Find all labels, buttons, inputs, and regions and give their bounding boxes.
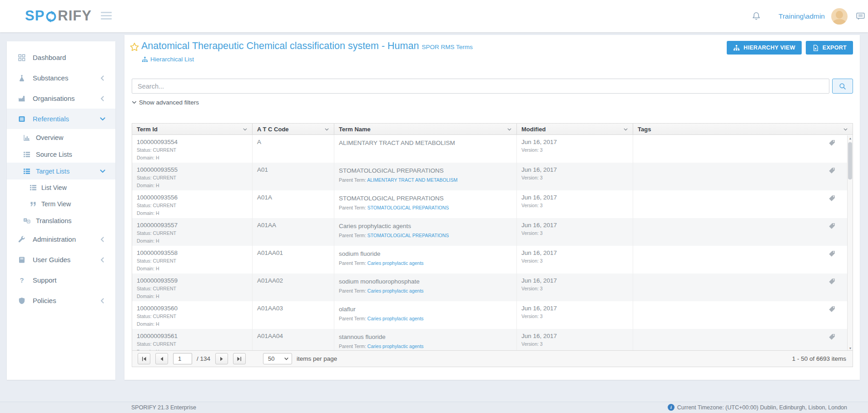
tag-icon[interactable] <box>828 223 835 229</box>
sidebar-item-source-lists[interactable]: Source Lists <box>7 146 115 163</box>
scrollbar-thumb[interactable] <box>848 142 852 179</box>
favorite-star-icon[interactable] <box>129 42 139 52</box>
term-domain: Domain: H <box>137 155 248 161</box>
table-row: 100000093558 Status: CURRENT Domain: H A… <box>132 246 848 274</box>
info-icon: i <box>668 404 675 411</box>
term-name-link[interactable]: stannous fluoride <box>339 333 386 340</box>
scroll-up-icon[interactable]: ▲ <box>848 135 853 141</box>
column-header-term-name[interactable]: Term Name <box>334 124 517 134</box>
modified-date: Jun 16, 2017 <box>521 139 628 146</box>
export-button[interactable]: EXPORT <box>806 41 853 55</box>
column-header-tags[interactable]: Tags <box>633 124 853 134</box>
term-id: 100000093559 <box>137 277 248 284</box>
chat-icon[interactable] <box>856 11 865 21</box>
tag-icon[interactable] <box>828 333 835 340</box>
tag-icon[interactable] <box>828 278 835 285</box>
parent-term-link[interactable]: STOMATOLOGICAL PREPARATIONS <box>367 233 449 238</box>
term-name-link[interactable]: STOMATOLOGICAL PREPARATIONS <box>339 167 444 174</box>
chevron-down-icon[interactable] <box>324 126 330 132</box>
sidebar-item-dashboard[interactable]: Dashboard <box>7 47 115 68</box>
footer: SPORIFY 21.3 Enterprise i Current Timezo… <box>0 402 868 413</box>
tag-icon[interactable] <box>828 195 835 202</box>
modified-date: Jun 16, 2017 <box>521 249 628 257</box>
tag-icon[interactable] <box>828 139 835 146</box>
tag-icon[interactable] <box>828 306 835 313</box>
previous-page-button[interactable] <box>155 353 168 364</box>
parent-term-link[interactable]: Caries prophylactic agents <box>367 288 424 294</box>
avatar[interactable] <box>831 8 848 25</box>
term-status: Status: CURRENT <box>137 203 248 209</box>
term-id: 100000093554 <box>137 139 248 146</box>
column-header-modified[interactable]: Modified <box>517 124 633 134</box>
chevron-down-icon[interactable] <box>242 126 248 132</box>
table-body: 100000093554 Status: CURRENT Domain: H A… <box>132 135 848 351</box>
search-button[interactable] <box>832 79 853 94</box>
page-number-input[interactable] <box>173 353 192 364</box>
chevron-down-icon[interactable] <box>843 126 848 132</box>
first-page-button[interactable] <box>138 353 150 364</box>
term-version: Version: 3 <box>521 147 628 154</box>
sidebar-item-organisations[interactable]: Organisations <box>7 88 115 109</box>
page-title: Anatomical Therapeutic Chemical classifi… <box>141 40 473 52</box>
sidebar-item-overview[interactable]: Overview <box>7 129 115 146</box>
term-id: 100000093560 <box>137 305 248 312</box>
hierarchy-view-button[interactable]: HIERARCHY VIEW <box>727 41 802 55</box>
atc-code: A <box>257 139 329 146</box>
term-name-link[interactable]: olaflur <box>339 306 356 313</box>
tag-icon[interactable] <box>828 167 835 174</box>
notifications-bell-icon[interactable] <box>751 11 761 21</box>
column-header-term-id[interactable]: Term Id <box>132 124 253 134</box>
sidebar-item-substances[interactable]: Substances <box>7 68 115 88</box>
list-icon <box>23 167 31 175</box>
page-size-select[interactable]: 50 <box>263 353 292 364</box>
sidebar-item-term-view[interactable]: Term View <box>7 196 115 212</box>
chevron-down-icon[interactable] <box>506 126 512 132</box>
total-pages-label: / 134 <box>197 355 210 362</box>
term-name-link[interactable]: sodium monofluorophosphate <box>339 278 420 285</box>
chevron-down-icon[interactable] <box>623 126 629 132</box>
tag-icon[interactable] <box>828 250 835 257</box>
sidebar-item-user-guides[interactable]: User Guides <box>7 249 115 270</box>
sidebar-item-support[interactable]: ?Support <box>7 270 115 290</box>
term-name-link[interactable]: sodium fluoride <box>339 250 381 257</box>
sidebar-nav: DashboardSubstancesOrganisationsReferent… <box>7 41 115 380</box>
last-page-button[interactable] <box>233 353 246 364</box>
sidebar-item-policies[interactable]: Policies <box>7 290 115 311</box>
sidebar-item-target-lists[interactable]: Target Lists <box>7 163 115 179</box>
user-menu[interactable]: Training\admin <box>779 12 825 20</box>
sidebar-item-translations[interactable]: ATranslations <box>7 212 115 229</box>
question-icon: ? <box>18 276 27 284</box>
term-version: Version: 3 <box>521 230 628 237</box>
parent-term-link[interactable]: STOMATOLOGICAL PREPARATIONS <box>367 205 449 210</box>
items-range-label: 1 - 50 of 6693 items <box>792 355 847 362</box>
svg-text:A: A <box>24 218 26 221</box>
modified-date: Jun 16, 2017 <box>521 277 628 284</box>
chevron-left-icon <box>99 236 106 243</box>
term-version: Version: 3 <box>521 286 628 292</box>
chevron-left-icon <box>99 256 106 264</box>
term-name-link[interactable]: Caries prophylactic agents <box>339 223 411 229</box>
sidebar-item-referentials[interactable]: Referentials <box>7 109 115 129</box>
timezone-label: Current Timezone: (UTC+00:00) Dublin, Ed… <box>677 404 847 411</box>
column-header-atc-code[interactable]: A T C Code <box>253 124 334 134</box>
term-name-link[interactable]: ALIMENTARY TRACT AND METABOLISM <box>339 139 455 146</box>
atc-code: A01 <box>257 166 329 174</box>
parent-term-link[interactable]: ALIMENTARY TRACT AND METABOLISM <box>367 177 457 183</box>
term-name-link[interactable]: STOMATOLOGICAL PREPARATIONS <box>339 195 444 202</box>
menu-toggle-icon[interactable] <box>101 12 112 21</box>
search-input[interactable] <box>132 79 829 94</box>
sidebar-item-administration[interactable]: Administration <box>7 229 115 249</box>
chevron-down-icon <box>99 168 106 175</box>
table-scrollbar[interactable]: ▲ ▼ <box>847 135 853 351</box>
parent-term-link[interactable]: Caries prophylactic agents <box>367 316 424 321</box>
sidebar-item-list-view[interactable]: List View <box>7 179 115 196</box>
parent-term-link[interactable]: Caries prophylactic agents <box>367 343 424 349</box>
list-panel-icon <box>18 115 27 123</box>
parent-term-link[interactable]: Caries prophylactic agents <box>367 260 424 266</box>
show-advanced-filters-toggle[interactable]: Show advanced filters <box>132 99 199 106</box>
app-logo[interactable]: SP RIFY <box>25 8 92 24</box>
hierarchical-list-link[interactable]: Hierarchical List <box>142 56 194 63</box>
atc-code: A01AA01 <box>257 249 329 257</box>
parent-term: Parent Term: STOMATOLOGICAL PREPARATIONS <box>339 233 512 239</box>
next-page-button[interactable] <box>215 353 228 364</box>
